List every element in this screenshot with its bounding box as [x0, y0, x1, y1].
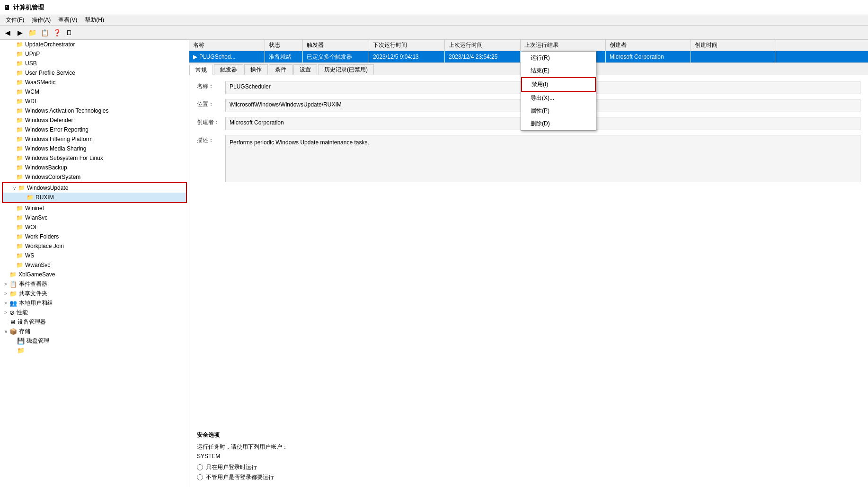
menu-help[interactable]: 帮助(H) [81, 15, 108, 25]
security-option1-row[interactable]: 只在用户登录时运行 [197, 463, 860, 471]
tree-item-sharedfolders[interactable]: > 📁 共享文件夹 [0, 289, 189, 298]
tree-item-wdi[interactable]: 📁 WDI [0, 97, 189, 106]
tree-label: 本地用户和组 [19, 299, 53, 307]
context-menu-properties[interactable]: 属性(P) [521, 105, 596, 117]
tree-item-windowserrorreporting[interactable]: 📁 Windows Error Reporting [0, 125, 189, 134]
up-button[interactable]: 📁 [27, 27, 38, 38]
tree-label: UPnP [25, 51, 40, 57]
main-container: 📁 UpdateOrchestrator 📁 UPnP 📁 USB 📁 User… [0, 40, 868, 487]
col-header-next-run: 下次运行时间 [369, 40, 445, 51]
tree-item-windowsfiltering[interactable]: 📁 Windows Filtering Platform [0, 134, 189, 144]
col-header-status: 状态 [265, 40, 303, 51]
view-button[interactable]: 📋 [39, 27, 50, 38]
tree-item-xblgamesave[interactable]: 📁 XblGameSave [0, 270, 189, 279]
tree-label: WDI [25, 98, 36, 105]
folder-icon: 📁 [16, 107, 23, 114]
export-button[interactable]: 🗒 [63, 27, 75, 38]
toggle-icon: > [3, 282, 9, 287]
context-menu-end[interactable]: 结束(E) [521, 64, 596, 77]
tab-history[interactable]: 历史记录(已禁用) [318, 64, 374, 75]
toggle-icon: ∨ [11, 186, 17, 191]
menu-view[interactable]: 查看(V) [54, 15, 81, 25]
security-option2-row[interactable]: 不管用户是否登录都要运行 [197, 473, 860, 481]
context-menu-delete[interactable]: 删除(D) [521, 117, 596, 130]
col-header-trigger: 触发器 [303, 40, 369, 51]
cell-creator: Microsoft Corporation [606, 51, 691, 62]
back-button[interactable]: ◀ [2, 27, 13, 38]
tab-actions[interactable]: 操作 [244, 64, 268, 75]
folder-icon: 📁 [16, 164, 23, 171]
folder-icon: 📁 [16, 224, 23, 230]
tree-label: 事件查看器 [19, 280, 47, 288]
tree-item-wwansvc[interactable]: 📁 WwanSvc [0, 260, 189, 270]
tree-label: Wininet [25, 205, 44, 212]
tree-item-wof[interactable]: 📁 WOF [0, 222, 189, 232]
tree-item-wsl[interactable]: 📁 Windows Subsystem For Linux [0, 153, 189, 163]
tree-item-waasmedic[interactable]: 📁 WaaSMedic [0, 78, 189, 87]
tab-conditions[interactable]: 条件 [269, 64, 292, 75]
tree-item-ws[interactable]: 📁 WS [0, 251, 189, 260]
tree-label: WindowsColorSystem [25, 174, 80, 180]
tree-item-devicemanager[interactable]: 🖥 设备管理器 [0, 317, 189, 327]
tree-item-windowscolorsystem[interactable]: 📁 WindowsColorSystem [0, 172, 189, 182]
tree-item-windowsbackup[interactable]: 📁 WindowsBackup [0, 163, 189, 172]
title-bar: 🖥 计算机管理 [0, 0, 868, 15]
tree-item-localusers[interactable]: > 👥 本地用户和组 [0, 298, 189, 308]
tree-item-userprofileservice[interactable]: 📁 User Profile Service [0, 68, 189, 78]
tree-item-windowsactivation[interactable]: 📁 Windows Activation Technologies [0, 106, 189, 115]
section-icon: 🖥 [9, 319, 16, 326]
tree-item-unknown[interactable]: 📁 [0, 345, 189, 355]
context-menu-disable[interactable]: 禁用(I) [521, 77, 596, 92]
menu-file[interactable]: 文件(F) [2, 15, 28, 25]
windows-update-box: ∨ 📁 WindowsUpdate 📁 RUXIM [2, 182, 187, 203]
forward-button[interactable]: ▶ [14, 27, 26, 38]
security-title: 安全选项 [197, 431, 860, 439]
tree-item-usb[interactable]: 📁 USB [0, 59, 189, 68]
tree-item-ruxim[interactable]: 📁 RUXIM [3, 193, 186, 202]
section-icon: 📋 [9, 281, 17, 288]
tree-item-wlansvc[interactable]: 📁 WlanSvc [0, 213, 189, 222]
tree-label: Windows Defender [25, 117, 73, 124]
col-header-creator: 创建者 [606, 40, 691, 51]
tree-item-storage[interactable]: ∨ 📦 存储 [0, 327, 189, 336]
tree-container[interactable]: 📁 UpdateOrchestrator 📁 UPnP 📁 USB 📁 User… [0, 40, 189, 487]
tree-item-wininet[interactable]: 📁 Wininet [0, 204, 189, 213]
context-menu: 运行(R) 结束(E) 禁用(I) 导出(X)... 属性(P) 删除(D) [521, 51, 596, 131]
tree-item-workfolders[interactable]: 📁 Work Folders [0, 232, 189, 241]
menu-action[interactable]: 操作(A) [28, 15, 54, 25]
detail-creator-label: 创建者： [197, 117, 225, 126]
tree-item-wcm[interactable]: 📁 WCM [0, 87, 189, 97]
folder-icon: 📁 [16, 205, 23, 212]
folder-icon: 📁 [9, 271, 17, 278]
folder-icon: 📁 [16, 60, 23, 67]
cell-created [691, 51, 776, 62]
tab-general[interactable]: 常规 [189, 65, 213, 75]
tree-item-windowsmediasharing[interactable]: 📁 Windows Media Sharing [0, 144, 189, 153]
tree-item-workplacejoin[interactable]: 📁 Workplace Join [0, 241, 189, 251]
radio-option2[interactable] [197, 474, 203, 480]
folder-icon: 📁 [16, 70, 23, 76]
help-button[interactable]: ❓ [51, 27, 62, 38]
tree-label: 设备管理器 [18, 318, 46, 326]
tree-item-performance[interactable]: > ⊘ 性能 [0, 308, 189, 317]
col-header-name: 名称 [189, 40, 265, 51]
context-menu-run[interactable]: 运行(R) [521, 52, 596, 64]
tree-item-updateorchestrator[interactable]: 📁 UpdateOrchestrator [0, 40, 189, 49]
tree-item-diskmanagement[interactable]: 💾 磁盘管理 [0, 336, 189, 345]
toggle-icon: > [3, 301, 9, 306]
tree-item-eventviewer[interactable]: > 📋 事件查看器 [0, 279, 189, 289]
tree-item-windowsupdate[interactable]: ∨ 📁 WindowsUpdate [3, 183, 186, 193]
security-user-row: SYSTEM [197, 453, 860, 460]
tree-item-windowsdefender[interactable]: 📁 Windows Defender [0, 115, 189, 125]
section-icon: 📁 [17, 347, 25, 354]
right-panel: 名称 状态 触发器 下次运行时间 上次运行时间 上次运行结果 创建者 创建时间 [189, 40, 868, 487]
tree-item-upnp[interactable]: 📁 UPnP [0, 49, 189, 59]
toggle-icon: > [3, 310, 9, 315]
detail-desc-value: Performs periodic Windows Update mainten… [225, 135, 860, 182]
tab-triggers[interactable]: 触发器 [214, 64, 243, 75]
tab-settings[interactable]: 设置 [293, 64, 317, 75]
context-menu-export[interactable]: 导出(X)... [521, 92, 596, 105]
tree-label: WS [25, 252, 34, 259]
folder-icon: 📁 [16, 145, 23, 152]
radio-option1[interactable] [197, 464, 203, 470]
